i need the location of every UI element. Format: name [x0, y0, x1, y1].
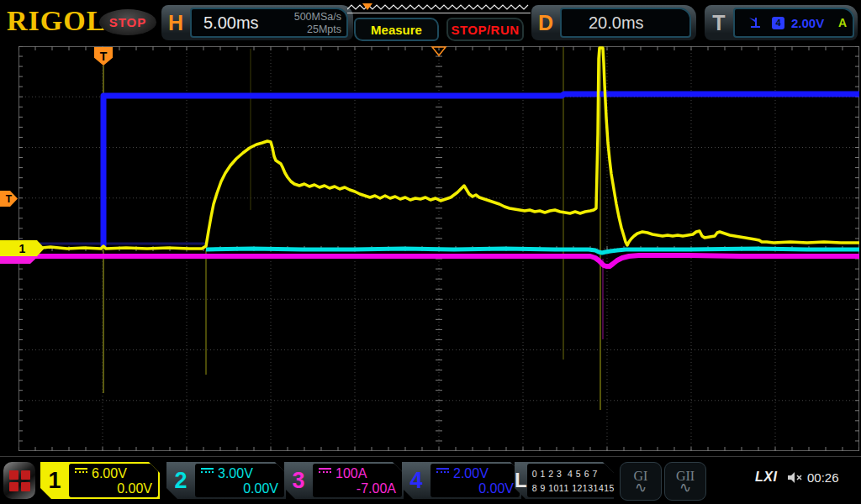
horizontal-label: H — [161, 11, 190, 35]
channel1-scale: 6.00V — [92, 466, 127, 480]
trigger-source-badge: 4 — [772, 17, 784, 29]
dc-coupling-icon — [75, 468, 87, 477]
generator1-button[interactable]: GI ∿ — [620, 462, 662, 501]
channel4-number: 4 — [402, 462, 430, 499]
delay-value: 20.0ms — [589, 13, 644, 33]
digital-channel-list: 0 1 2 3 4 5 6 7 8 9 1011 12131415 — [527, 464, 618, 497]
dc-coupling-icon — [319, 468, 331, 477]
channel3-number: 3 — [284, 462, 313, 499]
delay-menu[interactable]: D 20.0ms — [531, 5, 696, 40]
stop-run-button[interactable]: STOP/RUN — [446, 18, 524, 41]
channel3-offset: -7.00A — [319, 481, 396, 496]
channel2-number: 2 — [166, 462, 195, 499]
timebase-box[interactable]: 5.00ms 500MSa/s 25Mpts — [190, 8, 348, 38]
channel2-offset: 0.00V — [201, 481, 278, 496]
channel4-box[interactable]: 4 2.00V 0.00V — [402, 462, 521, 499]
waveform-display — [18, 46, 859, 451]
oscilloscope-screen: RIGOL STOP H 5.00ms 500MSa/s 25Mpts Meas… — [0, 0, 861, 504]
sine-wave-icon: ∿ — [635, 482, 647, 494]
channel1-offset: 0.00V — [75, 481, 152, 496]
channel1-values: 6.00V 0.00V — [69, 464, 158, 497]
trigger-mode: A — [838, 16, 847, 29]
trigger-level-value: 2.00V — [791, 16, 824, 30]
channel2-scale: 3.00V — [218, 466, 253, 480]
trigger-box[interactable]: 4 2.00V A — [733, 8, 854, 38]
channel3-box[interactable]: 3 100A -7.00A — [284, 462, 404, 499]
acquisition-state-badge: STOP — [99, 9, 156, 35]
record-waveform-icon — [347, 3, 531, 14]
generator2-button[interactable]: GII ∿ — [664, 462, 706, 501]
channel1-box[interactable]: 1 6.00V 0.00V — [40, 462, 160, 499]
bottom-status-bar: 1 6.00V 0.00V 2 3.00V 0.00V 3 100A -7.00… — [0, 456, 861, 504]
clock: 00:26 — [807, 470, 839, 485]
stop-run-button-label: STOP/RUN — [451, 23, 519, 37]
channel2-box[interactable]: 2 3.00V 0.00V — [166, 462, 286, 499]
channel4-scale: 2.00V — [453, 466, 489, 480]
channel1-position-marker[interactable]: 1 — [0, 240, 45, 256]
channel2-values: 3.00V 0.00V — [195, 464, 284, 497]
sample-rate: 500MSa/s — [294, 11, 341, 24]
timebase-value: 5.00ms — [203, 13, 259, 33]
edge-trigger-icon — [747, 16, 762, 29]
channel1-marker-label: 1 — [19, 242, 26, 255]
trigger-menu[interactable]: T 4 2.00V A — [705, 5, 858, 40]
menu-grid-icon — [9, 470, 30, 491]
channel4-offset: 0.00V — [436, 481, 514, 496]
lxi-logo: LXI — [755, 470, 777, 485]
measure-button[interactable]: Measure — [354, 18, 439, 41]
channel3-values: 100A -7.00A — [313, 464, 402, 497]
menu-button[interactable] — [3, 462, 35, 499]
logic-analyzer-box[interactable]: L 0 1 2 3 4 5 6 7 8 9 1011 12131415 — [515, 462, 614, 499]
speaker-muted-icon[interactable] — [787, 471, 803, 484]
channel4-values: 2.00V 0.00V — [430, 464, 520, 497]
memory-depth: 25Mpts — [294, 24, 341, 36]
measure-button-label: Measure — [371, 23, 422, 37]
delay-box[interactable]: 20.0ms — [560, 8, 691, 38]
sine-wave-icon: ∿ — [679, 482, 691, 494]
record-position-bar[interactable] — [347, 3, 531, 14]
trigger-position-label: T — [100, 50, 108, 63]
dc-coupling-icon — [201, 468, 214, 477]
dc-coupling-icon — [436, 468, 449, 477]
delay-label: D — [531, 11, 560, 35]
acquisition-state-label: STOP — [109, 15, 147, 29]
channel1-number: 1 — [40, 462, 69, 499]
horizontal-menu[interactable]: H 5.00ms 500MSa/s 25Mpts — [161, 5, 353, 40]
trigger-label: T — [705, 11, 733, 35]
digital-channels-0-7: 0 1 2 3 4 5 6 7 — [532, 467, 615, 481]
trigger-level-label: T — [6, 193, 12, 205]
digital-channels-8-15: 8 9 1011 12131415 — [532, 481, 615, 496]
acquisition-info: 500MSa/s 25Mpts — [294, 11, 341, 36]
channel3-scale: 100A — [335, 466, 367, 480]
trigger-level-marker[interactable]: T — [0, 191, 18, 207]
rigol-logo: RIGOL — [7, 5, 106, 37]
